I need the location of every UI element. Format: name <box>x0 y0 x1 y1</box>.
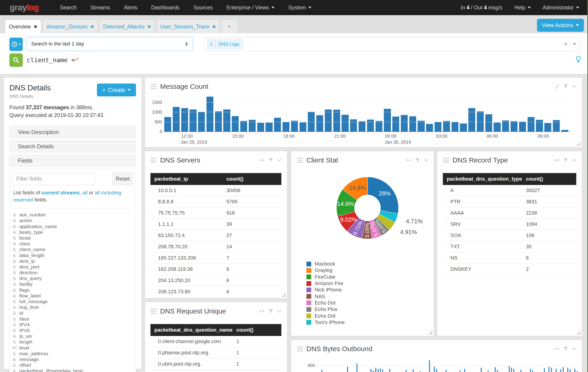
table-row[interactable]: 1.1.1.139 <box>150 219 281 230</box>
nav-item-search[interactable]: Search <box>53 5 84 11</box>
bar[interactable] <box>426 124 433 132</box>
legend-item-nick-iphone[interactable]: Nick iPhone <box>306 287 345 293</box>
bar[interactable] <box>418 121 424 132</box>
column-header-packetbeat-dns-question-name[interactable]: packetbeat_dns_question_name <box>150 324 232 336</box>
bar[interactable] <box>392 117 399 132</box>
drag-handle-icon[interactable] <box>150 309 157 314</box>
column-header-packetbeat-dns-question-type[interactable]: packetbeat_dns_question_type <box>443 173 522 185</box>
chevron-down-icon[interactable] <box>572 347 577 351</box>
current-streams-link[interactable]: current streams <box>41 190 79 196</box>
bar[interactable] <box>460 123 467 132</box>
bar[interactable] <box>380 368 381 372</box>
bar[interactable] <box>291 121 298 132</box>
table-row[interactable]: 208.78.70.2014 <box>150 241 281 252</box>
bar[interactable] <box>173 107 180 132</box>
bar[interactable] <box>460 370 461 372</box>
tab-overview[interactable]: Overview✖ <box>5 20 41 33</box>
field-item-hop-limit[interactable]: Ahop_limit <box>12 304 133 310</box>
bar[interactable] <box>181 108 188 132</box>
bar[interactable] <box>215 111 222 132</box>
bar[interactable] <box>468 108 475 132</box>
table-row[interactable]: 107.170.182.1745 <box>150 297 281 299</box>
field-item-mac-address[interactable]: Amac_address <box>12 351 133 356</box>
table-row[interactable]: 75.75.75.75918 <box>150 207 281 219</box>
bar[interactable] <box>401 115 408 132</box>
reset-button[interactable]: Reset <box>112 172 133 185</box>
bar[interactable] <box>376 121 382 132</box>
bar[interactable] <box>367 120 374 132</box>
bar[interactable] <box>409 116 416 132</box>
bar[interactable] <box>370 369 371 372</box>
field-item-ack-number[interactable]: Aack_number <box>12 212 133 218</box>
bar[interactable] <box>513 369 514 372</box>
resize-handle[interactable] <box>577 331 580 334</box>
field-item-offset[interactable]: Aoffset <box>12 362 133 368</box>
bar[interactable] <box>563 367 564 372</box>
bar[interactable] <box>189 110 196 132</box>
bar[interactable] <box>240 121 247 132</box>
horizontal-arrows-icon[interactable] <box>259 309 265 313</box>
nav-item-dashboards[interactable]: Dashboards <box>144 5 187 11</box>
user-menu[interactable]: Administrator <box>543 5 579 11</box>
table-row[interactable]: DNSKEY2 <box>443 264 576 275</box>
horizontal-arrows-icon[interactable] <box>406 158 412 162</box>
graylog-logo[interactable]: graylog <box>10 3 39 12</box>
bar[interactable] <box>434 367 435 372</box>
tab-detected-attacks[interactable]: Detected_Attacks✖ <box>100 20 155 33</box>
column-header-packetbeat-ip[interactable]: packetbeat_ip <box>150 173 222 185</box>
drag-handle-icon[interactable] <box>150 84 157 89</box>
field-item-message[interactable]: Amessage <box>12 356 133 362</box>
bar[interactable] <box>570 369 571 372</box>
field-item-flow-label[interactable]: Aflow_label <box>12 293 133 299</box>
search-button[interactable] <box>10 53 23 67</box>
drag-handle-icon[interactable] <box>297 158 303 163</box>
drag-handle-icon[interactable] <box>150 158 157 163</box>
bar[interactable] <box>420 371 420 372</box>
view-actions-button[interactable]: View Actions <box>537 19 584 32</box>
bar[interactable] <box>265 122 273 132</box>
bar[interactable] <box>556 369 556 372</box>
bar[interactable] <box>325 110 332 132</box>
help-menu[interactable]: Help <box>514 5 531 11</box>
bar[interactable] <box>378 369 378 372</box>
bar[interactable] <box>342 115 348 132</box>
field-item-full-message[interactable]: Afull_message <box>12 299 133 304</box>
nav-item-enterprise-views[interactable]: Enterprise / Views <box>220 5 281 11</box>
throughput-indicator[interactable]: In 4 / Out 4 msg/s <box>461 5 503 11</box>
field-item-iface[interactable]: Aiface <box>12 316 133 322</box>
field-item-dest-ip[interactable]: Adest_ip <box>12 258 133 264</box>
nav-item-alerts[interactable]: Alerts <box>117 5 144 11</box>
table-row[interactable]: 0.ubnt.pool.ntp.org.1 <box>150 358 281 370</box>
field-item-class[interactable]: Aclass <box>12 241 133 247</box>
bar[interactable] <box>519 122 526 132</box>
bar[interactable] <box>485 114 492 132</box>
bar[interactable] <box>575 369 575 372</box>
close-icon[interactable]: ✖ <box>34 24 37 29</box>
bar[interactable] <box>446 370 447 372</box>
query-input[interactable]: client_name = * <box>27 53 79 66</box>
bar[interactable] <box>577 371 578 372</box>
filter-icon[interactable] <box>268 158 273 163</box>
table-row[interactable]: AAAA2236 <box>443 207 576 219</box>
bar[interactable] <box>532 370 533 372</box>
field-item-data-length[interactable]: Adata_length <box>12 252 133 258</box>
bar[interactable] <box>257 123 264 132</box>
chevron-down-icon[interactable] <box>573 43 576 45</box>
bar[interactable] <box>528 117 535 132</box>
stream-tag-remove-icon[interactable]: x <box>207 40 215 49</box>
legend-item-toni-s-iphone[interactable]: Toni’s iPhone <box>306 319 345 326</box>
bar[interactable] <box>358 121 366 132</box>
field-item-application-name[interactable]: Aapplication_name <box>12 223 133 229</box>
bar[interactable] <box>511 121 517 132</box>
legend-item-echo-plus[interactable]: Echo Plus <box>306 306 345 312</box>
table-row[interactable]: TXT35 <box>443 241 576 252</box>
column-header-count[interactable]: count() <box>232 324 281 336</box>
filter-icon[interactable] <box>563 346 568 351</box>
legend-item-echo-dot[interactable]: Echo Dot <box>306 312 345 319</box>
tab-add-new[interactable]: + <box>221 20 237 33</box>
table-row[interactable]: 165.227.133.2067 <box>150 252 281 264</box>
table-row[interactable]: 1-courier.push.apple.com.1 <box>150 370 281 372</box>
bar[interactable] <box>443 121 450 132</box>
bar[interactable] <box>389 369 390 372</box>
bar[interactable] <box>435 122 441 132</box>
